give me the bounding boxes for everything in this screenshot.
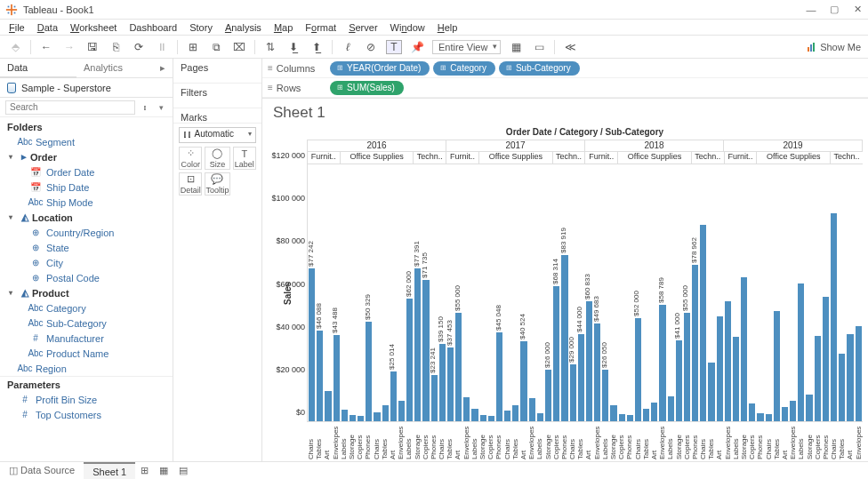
duplicate-button[interactable]: ⧉ bbox=[208, 40, 224, 54]
bar[interactable] bbox=[350, 415, 356, 421]
refresh-button[interactable]: ⟳ bbox=[131, 40, 147, 54]
field-segment[interactable]: AbcSegment bbox=[0, 134, 173, 149]
sheet-title[interactable]: Sheet 1 bbox=[262, 99, 868, 124]
bar[interactable] bbox=[504, 411, 510, 421]
pill-sub-category[interactable]: Sub-Category bbox=[499, 61, 580, 76]
tab-analytics[interactable]: Analytics bbox=[76, 59, 153, 78]
highlight-button[interactable]: ℓ bbox=[340, 40, 356, 54]
tab-data-source[interactable]: ◫ Data Source bbox=[0, 462, 84, 479]
menu-file[interactable]: File bbox=[4, 20, 30, 35]
field-category[interactable]: AbcCategory bbox=[0, 300, 173, 315]
new-worksheet-tab[interactable]: ⊞ bbox=[135, 462, 154, 479]
group-button[interactable]: ⊘ bbox=[363, 40, 379, 54]
menu-map[interactable]: Map bbox=[269, 20, 298, 35]
bar[interactable] bbox=[757, 413, 763, 421]
group-order[interactable]: ▾▸Order bbox=[0, 149, 173, 164]
pause-button[interactable]: ⏸ bbox=[154, 40, 170, 54]
bar[interactable]: $55 000 bbox=[684, 313, 690, 421]
bar[interactable] bbox=[610, 405, 616, 421]
field-region[interactable]: AbcRegion bbox=[0, 361, 173, 376]
bar[interactable]: $62 000 bbox=[406, 299, 413, 421]
bar[interactable]: $52 000 bbox=[635, 318, 641, 421]
field-order-date[interactable]: 📅Order Date bbox=[0, 164, 173, 180]
bar[interactable] bbox=[798, 283, 804, 421]
bar[interactable]: $26 000 bbox=[545, 370, 551, 421]
bar[interactable] bbox=[700, 225, 706, 421]
bar[interactable]: $41 000 bbox=[676, 340, 682, 421]
bar[interactable]: $23 241 bbox=[431, 375, 438, 421]
menu-story[interactable]: Story bbox=[184, 20, 218, 35]
mark-tooltip[interactable]: 💬Tooltip bbox=[205, 172, 229, 196]
bar[interactable] bbox=[382, 405, 389, 421]
bar[interactable] bbox=[815, 336, 821, 421]
bar[interactable]: $50 329 bbox=[366, 322, 372, 421]
mark-size[interactable]: ◯Size bbox=[205, 147, 229, 170]
menu-dashboard[interactable]: Dashboard bbox=[124, 20, 182, 35]
mark-detail[interactable]: ⊡Detail bbox=[179, 172, 202, 196]
menu-worksheet[interactable]: Worksheet bbox=[65, 20, 122, 35]
minimize-button[interactable]: — bbox=[806, 4, 816, 15]
rows-shelf[interactable]: Rows SUM(Sales) bbox=[262, 78, 868, 98]
bar[interactable] bbox=[651, 403, 657, 421]
bar[interactable] bbox=[463, 397, 470, 421]
bar[interactable]: $40 524 bbox=[520, 341, 526, 421]
bar[interactable]: $78 962 bbox=[692, 265, 698, 421]
filter-fields-button[interactable]: ⫾ bbox=[139, 101, 151, 114]
tab-data[interactable]: Data bbox=[0, 59, 76, 78]
bar[interactable]: $46 088 bbox=[317, 331, 323, 421]
field-ship-mode[interactable]: AbcShip Mode bbox=[0, 195, 173, 210]
show-labels-button[interactable]: T bbox=[386, 40, 402, 54]
bar[interactable]: $58 789 bbox=[659, 305, 665, 421]
field-product-name[interactable]: AbcProduct Name bbox=[0, 346, 173, 361]
bar[interactable]: $26 050 bbox=[602, 370, 608, 421]
menu-data[interactable]: Data bbox=[32, 20, 63, 35]
bar[interactable] bbox=[529, 398, 535, 421]
pin-button[interactable]: 📌 bbox=[409, 40, 425, 54]
field-profit-bin-size[interactable]: #Profit Bin Size bbox=[0, 392, 173, 407]
tab-sheet-1[interactable]: Sheet 1 bbox=[84, 462, 135, 480]
menu-window[interactable]: Window bbox=[385, 20, 430, 35]
bar[interactable] bbox=[806, 395, 812, 421]
new-data-button[interactable]: ⎘ bbox=[108, 40, 124, 54]
group-product[interactable]: ▾◭Product bbox=[0, 285, 173, 300]
bar[interactable] bbox=[823, 297, 829, 421]
field-manufacturer[interactable]: #Manufacturer bbox=[0, 331, 173, 346]
bar[interactable] bbox=[733, 337, 739, 421]
field-top-customers[interactable]: #Top Customers bbox=[0, 407, 173, 422]
columns-shelf[interactable]: Columns YEAR(Order Date)CategorySub-Cate… bbox=[262, 59, 868, 78]
sort-asc-button[interactable]: ⬇̲ bbox=[285, 40, 301, 54]
bar[interactable] bbox=[725, 301, 731, 421]
bar[interactable] bbox=[847, 334, 853, 421]
bar[interactable] bbox=[831, 213, 837, 421]
clear-button[interactable]: ⌧ bbox=[231, 40, 247, 54]
bar[interactable] bbox=[374, 412, 380, 421]
filters-shelf[interactable]: Filters bbox=[173, 84, 261, 108]
bar[interactable] bbox=[774, 311, 780, 421]
mark-label[interactable]: TLabel bbox=[233, 147, 257, 170]
bar[interactable] bbox=[839, 354, 845, 421]
datasource-row[interactable]: Sample - Superstore bbox=[0, 78, 173, 98]
bar[interactable]: $29 000 bbox=[570, 364, 576, 421]
bar[interactable] bbox=[782, 407, 788, 421]
bar[interactable] bbox=[790, 401, 796, 421]
bar[interactable] bbox=[471, 409, 478, 421]
pill-category[interactable]: Category bbox=[433, 61, 495, 76]
bar[interactable] bbox=[643, 409, 649, 421]
bar[interactable] bbox=[488, 416, 494, 421]
pill-year-order-date-[interactable]: YEAR(Order Date) bbox=[330, 61, 430, 76]
bar[interactable] bbox=[856, 326, 862, 421]
new-worksheet-button[interactable]: ⊞ bbox=[185, 40, 201, 54]
show-cards-button[interactable]: ▦ bbox=[508, 40, 524, 54]
new-story-tab[interactable]: ▤ bbox=[173, 462, 193, 479]
search-input[interactable] bbox=[5, 100, 135, 115]
bar[interactable]: $45 048 bbox=[496, 332, 502, 421]
menu-analysis[interactable]: Analysis bbox=[220, 20, 267, 35]
bar[interactable] bbox=[537, 413, 543, 421]
bar[interactable]: $68 314 bbox=[553, 286, 559, 421]
forward-button[interactable]: → bbox=[61, 40, 77, 54]
mark-type-select[interactable]: ⫿⫿ Automatic bbox=[179, 127, 256, 143]
field-state[interactable]: ⊕State bbox=[0, 240, 173, 255]
mark-color[interactable]: ⁘Color bbox=[179, 147, 202, 170]
bar[interactable] bbox=[708, 363, 714, 421]
bar[interactable] bbox=[627, 415, 633, 421]
